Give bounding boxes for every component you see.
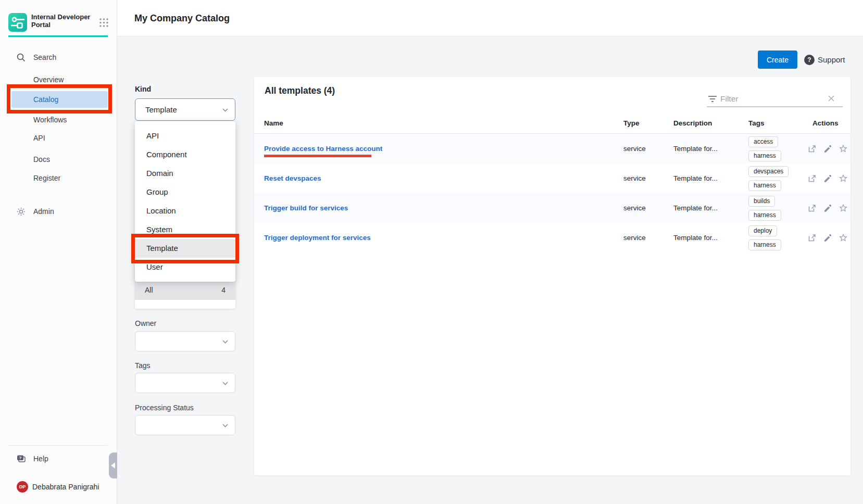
row-actions	[807, 223, 848, 253]
sidebar-item-admin[interactable]: Admin	[0, 205, 117, 218]
sidebar-item-label: Catalog	[33, 91, 58, 108]
support-button[interactable]: Support	[818, 54, 845, 66]
star-icon[interactable]	[839, 204, 848, 213]
star-icon[interactable]	[839, 144, 848, 154]
kind-option-location[interactable]: Location	[135, 201, 235, 220]
kind-option-template[interactable]: Template	[135, 239, 235, 258]
sidebar-item-label: Admin	[33, 205, 54, 218]
kind-option-user[interactable]: User	[135, 258, 235, 276]
tags-select[interactable]	[135, 373, 235, 393]
page-title: My Company Catalog	[134, 0, 230, 36]
row-actions	[807, 193, 848, 223]
star-icon[interactable]	[839, 233, 848, 243]
sidebar-item-help[interactable]: ? Help	[0, 452, 117, 465]
page-header: My Company Catalog	[117, 0, 863, 36]
sidebar-item-label: Register	[33, 171, 60, 185]
row-description: Template for...	[673, 193, 718, 223]
row-actions	[807, 163, 848, 193]
template-name-link[interactable]: Reset devspaces	[264, 163, 321, 193]
table-row: Trigger build for services service Templ…	[254, 193, 851, 223]
kind-option-domain[interactable]: Domain	[135, 164, 235, 183]
filter-icon	[708, 95, 717, 103]
sidebar-collapse-handle[interactable]	[109, 452, 117, 478]
help-chat-icon: ?	[16, 454, 26, 464]
app-title: Internal Developer Portal	[31, 13, 93, 29]
sidebar: Internal Developer Portal Search Overvie…	[0, 0, 117, 504]
search-icon	[16, 53, 26, 62]
open-in-new-icon[interactable]	[807, 204, 817, 213]
kind-select-value: Template	[145, 99, 177, 120]
column-header-description: Description	[673, 119, 712, 127]
sidebar-divider	[8, 445, 108, 446]
tag-chip: devspaces	[748, 166, 789, 177]
kind-select[interactable]: Template	[135, 98, 235, 121]
owner-select[interactable]	[135, 331, 235, 351]
sidebar-item-workflows[interactable]: Workflows	[0, 113, 117, 127]
edit-pencil-icon[interactable]	[823, 233, 832, 243]
sidebar-item-label: Overview	[33, 73, 64, 86]
row-actions	[807, 134, 848, 163]
sidebar-item-label: API	[33, 131, 45, 145]
star-icon[interactable]	[839, 174, 848, 183]
avatar: DP	[17, 481, 28, 493]
sidebar-item-register[interactable]: Register	[0, 171, 117, 185]
table-row: Reset devspaces service Template for... …	[254, 163, 851, 193]
template-name-link[interactable]: Trigger deployment for services	[264, 223, 371, 253]
sidebar-item-overview[interactable]: Overview	[0, 73, 117, 86]
kind-option-component[interactable]: Component	[135, 145, 235, 164]
owner-label: Owner	[135, 319, 156, 327]
column-header-tags: Tags	[748, 119, 765, 127]
template-name-link[interactable]: Provide access to Harness account	[264, 134, 382, 163]
svg-text:?: ?	[19, 456, 22, 460]
row-tags: devspaces harness	[748, 163, 789, 193]
row-description: Template for...	[673, 134, 718, 163]
chevron-down-icon	[222, 107, 229, 114]
clear-filter-icon[interactable]	[827, 94, 835, 103]
processing-status-label: Processing Status	[135, 404, 194, 412]
row-tags: access harness	[748, 134, 781, 163]
sidebar-item-label: Workflows	[33, 113, 67, 127]
gear-icon	[16, 207, 26, 217]
tags-label: Tags	[135, 361, 151, 370]
sidebar-item-catalog[interactable]: Catalog	[11, 91, 108, 108]
kind-option-group[interactable]: Group	[135, 183, 235, 201]
kind-option-api[interactable]: API	[135, 127, 235, 145]
edit-pencil-icon[interactable]	[823, 174, 832, 183]
sidebar-item-docs[interactable]: Docs	[0, 153, 117, 166]
open-in-new-icon[interactable]	[807, 174, 817, 183]
facet-label: All	[145, 280, 153, 300]
logo-divider	[8, 35, 108, 37]
tag-chip: access	[748, 136, 778, 147]
tag-chip: deploy	[748, 225, 777, 236]
facet-count: 4	[221, 280, 226, 300]
create-button[interactable]: Create	[758, 51, 797, 69]
facet-all-row[interactable]: All 4	[135, 280, 235, 300]
kind-label: Kind	[135, 85, 151, 93]
row-type: service	[623, 193, 646, 223]
sidebar-item-label: Docs	[33, 153, 50, 166]
table-header-row: Name Type Description Tags Actions	[254, 119, 851, 134]
open-in-new-icon[interactable]	[807, 233, 817, 243]
tag-chip: builds	[748, 196, 775, 207]
chevron-down-icon	[222, 338, 229, 345]
sidebar-item-api[interactable]: API	[0, 131, 117, 145]
user-name: Debabrata Panigrahi	[32, 481, 99, 493]
template-name-link[interactable]: Trigger build for services	[264, 193, 348, 223]
processing-status-select[interactable]	[135, 415, 235, 435]
support-icon[interactable]: ?	[804, 55, 815, 65]
sidebar-item-search[interactable]: Search	[0, 51, 117, 64]
table-row: Trigger deployment for services service …	[254, 223, 851, 253]
column-header-actions: Actions	[812, 119, 839, 127]
kind-option-system[interactable]: System	[135, 220, 235, 239]
templates-card: All templates (4) Name Type Description …	[254, 77, 851, 475]
open-in-new-icon[interactable]	[807, 144, 817, 154]
row-type: service	[623, 223, 646, 253]
table-filter-input[interactable]	[720, 92, 824, 106]
edit-pencil-icon[interactable]	[823, 204, 832, 213]
edit-pencil-icon[interactable]	[823, 144, 832, 154]
chevron-left-icon	[111, 462, 115, 469]
column-header-name: Name	[264, 119, 283, 127]
app-switcher-icon[interactable]	[98, 17, 109, 28]
table-filter-field[interactable]	[707, 91, 843, 107]
table-row: Provide access to Harness account servic…	[254, 134, 851, 163]
